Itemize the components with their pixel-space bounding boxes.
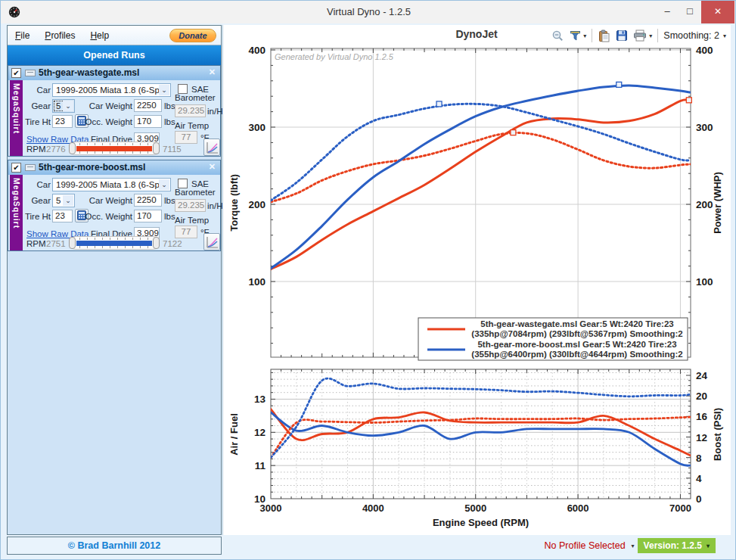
save-icon[interactable]	[616, 30, 628, 42]
run-title: 5th-gear-wastegate.msl	[39, 67, 139, 78]
rpm-max-value: 7122	[163, 239, 182, 248]
svg-text:(355hp@6400rpm) (330lbft@4644r: (355hp@6400rpm) (330lbft@4644rpm) Smooth…	[471, 350, 682, 359]
svg-text:200: 200	[696, 199, 713, 210]
svg-text:8: 8	[696, 453, 702, 464]
zoom-out-icon[interactable]	[551, 30, 564, 42]
version-dropdown[interactable]: Version: 1.2.5 ▾	[638, 538, 716, 553]
run-close-icon[interactable]: ✕	[209, 67, 216, 77]
barometer-label: Barometer	[175, 93, 216, 102]
rpm-slider-handle-left[interactable]	[69, 237, 76, 249]
svg-text:(335hp@7084rpm) (293lbft@5367r: (335hp@7084rpm) (293lbft@5367rpm) Smooth…	[471, 329, 682, 338]
rpm-slider-handle-right[interactable]	[153, 142, 160, 154]
svg-text:5000: 5000	[464, 502, 486, 514]
dropdown-icon[interactable]: ⌄	[159, 85, 169, 95]
tire-field[interactable]: 23	[52, 210, 73, 222]
run-enabled-checkbox[interactable]: ✔	[11, 163, 21, 173]
rpm-range-slider[interactable]	[69, 142, 160, 155]
svg-text:5th-gear-more-boost.msl Gear:5: 5th-gear-more-boost.msl Gear:5 Wt:2420 T…	[477, 340, 676, 349]
rpm-min-value: 2776	[46, 145, 66, 154]
smoothing-dropdown[interactable]: Smoothing: 2 ▾	[663, 30, 726, 41]
rpm-range-slider[interactable]	[69, 236, 160, 250]
barometer-field: 29.235	[175, 104, 206, 117]
rpm-max-value: 7115	[163, 145, 182, 154]
svg-text:Generated by Virtual Dyno 1.2.: Generated by Virtual Dyno 1.2.5	[275, 52, 394, 61]
occ-weight-label: Occ. Weight	[84, 212, 132, 221]
opened-runs-header: Opened Runs	[8, 45, 221, 65]
print-button[interactable]: ▾	[633, 30, 652, 42]
car-weight-label: Car Weight	[84, 101, 132, 110]
rpm-min-value: 2751	[46, 239, 66, 248]
svg-text:11: 11	[255, 460, 266, 471]
run-title: 5th-gear-more-boost.msl	[39, 162, 145, 173]
app-window: Virtual Dyno - 1.2.5 – □ ✕ File Profiles…	[0, 0, 736, 560]
show-graph-button[interactable]	[203, 233, 220, 250]
air-temp-field: 77	[175, 131, 197, 144]
car-select[interactable]: 1999-2005 Miata 1.8 (6-Spe⌄	[52, 83, 171, 97]
svg-text:Air / Fuel: Air / Fuel	[228, 413, 240, 456]
barometer-field: 29.235	[175, 199, 206, 212]
chart-toolbar: ▾ ▾ Smoothing: 2 ▾	[551, 26, 726, 45]
menu-file[interactable]: File	[15, 30, 30, 41]
air-temp-label: Air Temp	[175, 121, 209, 130]
filter-funnel-icon	[570, 30, 581, 42]
svg-text:3000: 3000	[260, 502, 282, 514]
gear-select[interactable]: 5⌄	[52, 194, 75, 207]
car-label: Car	[23, 180, 51, 189]
car-select[interactable]: 1999-2005 Miata 1.8 (6-Spe⌄	[52, 178, 171, 191]
svg-text:7000: 7000	[669, 502, 691, 514]
maximize-button[interactable]: □	[679, 1, 701, 23]
run-enabled-checkbox[interactable]: ✔	[11, 68, 21, 78]
left-panel: File Profiles Help Donate Opened Runs ✔ …	[7, 25, 222, 535]
car-weight-field[interactable]: 2250	[134, 194, 162, 207]
gear-label: Gear	[23, 196, 51, 205]
svg-text:4: 4	[696, 473, 702, 484]
rpm-slider-fill	[76, 146, 152, 151]
rpm-label: RPM	[26, 145, 46, 154]
minimize-button[interactable]: –	[656, 1, 679, 23]
svg-text:5th-gear-wastegate.msl Gear:5: 5th-gear-wastegate.msl Gear:5 Wt:2420 Ti…	[480, 319, 673, 328]
rpm-slider-handle-left[interactable]	[69, 142, 76, 154]
lbs-unit: lbs	[164, 101, 175, 110]
run-file-icon	[25, 70, 36, 76]
svg-text:300: 300	[696, 122, 713, 133]
dropdown-icon[interactable]: ⌄	[159, 179, 169, 190]
occ-weight-field[interactable]: 170	[134, 115, 162, 128]
afr-boost-chart: 101112130481216202430004000500060007000A…	[225, 362, 733, 535]
tire-label: Tire Ht	[20, 117, 51, 126]
main-dyno-chart: 100200300400100200300400Torque (lbft)Pow…	[225, 46, 733, 362]
gear-select[interactable]: 5⌄	[52, 99, 75, 113]
svg-text:4000: 4000	[362, 502, 384, 514]
rpm-label: RPM	[26, 239, 46, 248]
gear-label: Gear	[23, 101, 51, 110]
occ-weight-label: Occ. Weight	[84, 117, 132, 126]
toolbar-separator	[657, 29, 658, 42]
car-weight-field[interactable]: 2250	[134, 99, 162, 112]
titlebar: Virtual Dyno - 1.2.5 – □ ✕	[1, 1, 736, 23]
caret-down-icon: ▾	[583, 33, 586, 39]
close-button[interactable]: ✕	[701, 1, 734, 23]
filter-button[interactable]: ▾	[570, 30, 586, 42]
caret-down-icon: ▾	[706, 543, 710, 549]
run-panel-more-boost: ✔ 5th-gear-more-boost.msl ✕ MegaSquirt C…	[8, 160, 221, 251]
svg-text:Engine Speed (RPM): Engine Speed (RPM)	[433, 517, 529, 528]
dropdown-icon[interactable]: ⌄	[63, 101, 73, 111]
tire-field[interactable]: 23	[52, 115, 73, 128]
car-label: Car	[23, 86, 51, 95]
svg-text:Torque (lbft): Torque (lbft)	[228, 174, 240, 232]
occ-weight-field[interactable]: 170	[134, 210, 162, 222]
rpm-slider-handle-right[interactable]	[153, 237, 160, 249]
svg-text:6000: 6000	[567, 502, 589, 514]
printer-icon	[633, 30, 647, 42]
profile-selector[interactable]: No Profile Selected ▾	[545, 540, 635, 551]
menu-profiles[interactable]: Profiles	[45, 30, 75, 41]
donate-button[interactable]: Donate	[169, 29, 216, 42]
show-graph-button[interactable]	[203, 138, 220, 156]
copy-clipboard-icon[interactable]	[598, 30, 610, 42]
dropdown-icon[interactable]: ⌄	[63, 195, 73, 206]
svg-text:400: 400	[696, 45, 713, 56]
menu-help[interactable]: Help	[90, 30, 109, 41]
run-close-icon[interactable]: ✕	[209, 162, 216, 172]
lbs-unit: lbs	[164, 196, 175, 205]
dyno-graph-icon	[207, 142, 219, 154]
caret-down-icon: ▾	[649, 33, 652, 39]
